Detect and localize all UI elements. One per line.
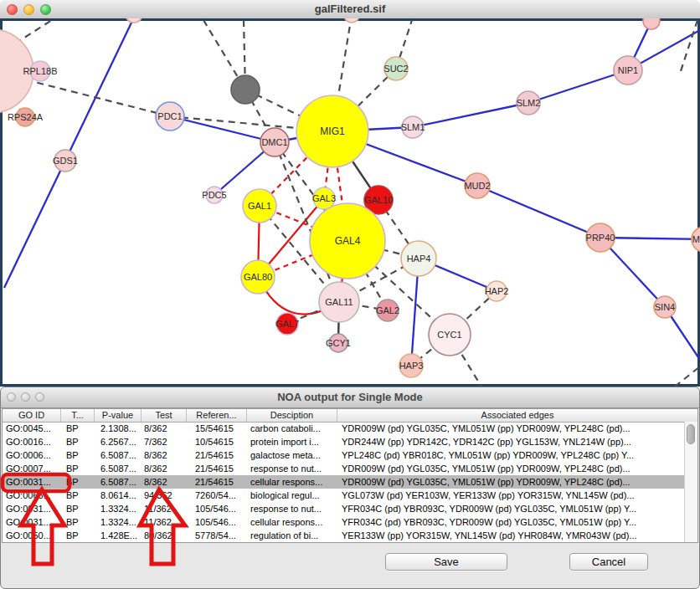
noa-window-title: NOA output for Single Mode [1, 391, 699, 403]
node-label-hap2: HAP2 [485, 286, 509, 296]
noa-output-window: NOA output for Single Mode GO IDT...P-va… [0, 387, 700, 589]
cell-type: BP [61, 448, 95, 462]
cell-go-id: GO:0050... [3, 529, 61, 542]
node-toppink2[interactable] [344, 18, 359, 23]
cell-associated-edges: YFR034C (pd) YBR093C, YDR009W (pd) YGL03… [337, 502, 685, 515]
cell-associated-edges: YDR009W (pd) YGL035C, YML051W (pp) YDR00… [337, 422, 685, 435]
cell-type: BP [61, 502, 95, 515]
node-label-hap4: HAP4 [407, 254, 431, 264]
cell-description: response to nut... [247, 462, 337, 475]
edge [477, 186, 600, 238]
noa-window-titlebar[interactable]: NOA output for Single Mode [1, 387, 699, 408]
cell-description: cellular respons... [247, 475, 337, 489]
cell-description: galactose meta... [247, 448, 337, 462]
cell-go-id: GO:0031... [3, 502, 61, 515]
cell-p-value: 6.5087... [95, 462, 142, 475]
screen: { "window1": { "title": "galFiltered.sif… [0, 0, 700, 589]
cell-description: biological regul... [247, 489, 337, 502]
cell-type: BP [61, 422, 95, 435]
node-label-msl5: MSL5 [692, 234, 700, 244]
cell-p-value: 6.5087... [95, 448, 142, 462]
node-label-gds1: GDS1 [53, 156, 78, 166]
node-toppink1[interactable] [126, 18, 142, 23]
cell-p-value: 1.3324... [95, 502, 142, 515]
node-label-pdc1: PDC1 [157, 111, 182, 121]
edge [675, 366, 700, 387]
cell-reference: 7260/54... [187, 489, 247, 502]
node-label-gal11: GAL11 [325, 297, 353, 307]
node-label-gal3: GAL3 [312, 193, 336, 203]
cell-associated-edges: YER133W (pp) YOR315W, YNL145W (pd) YHR08… [337, 529, 685, 542]
cell-associated-edges: YGL073W (pd) YER103W, YER133W (pp) YOR31… [337, 489, 685, 502]
vertical-scrollbar[interactable] [684, 422, 697, 542]
table-row[interactable]: GO:0016...BP6.2567...7/36210/54615protei… [3, 435, 685, 448]
table-row[interactable]: GO:0031...BP1.3324...11/362105/546...cel… [3, 515, 685, 529]
node-label-cyc1: CYC1 [437, 330, 461, 340]
cell-description: cellular respons... [247, 515, 337, 529]
column-header-test[interactable]: Test [142, 409, 187, 422]
table-row[interactable]: GO:0006...BP6.5087...8/36221/54615galact… [3, 448, 685, 462]
save-button[interactable]: Save [385, 553, 507, 571]
column-header-p-value[interactable]: P-value [95, 409, 142, 422]
cell-go-id: GO:0031... [3, 515, 61, 529]
node-label-sin4: SIN4 [655, 302, 675, 312]
node-label-gal1: GAL1 [248, 201, 271, 211]
node-label-gal80: GAL80 [244, 272, 272, 282]
table-row[interactable]: GO:0031...BP1.3324...11/362105/546...res… [3, 502, 685, 515]
column-header-referen-[interactable]: Referen... [187, 409, 247, 422]
node-label-rpl18b: RPL18B [23, 66, 58, 76]
cell-test: 8/362 [142, 448, 187, 462]
cell-go-id: GO:0007... [3, 462, 61, 475]
node-toppink3[interactable] [643, 18, 660, 29]
node-label-suc2: SUC2 [383, 64, 408, 74]
cell-description: protein import i... [247, 435, 337, 448]
column-header-go-id[interactable]: GO ID [3, 409, 61, 422]
cell-associated-edges: YPL248C (pd) YBR018C, YML051W (pp) YDR00… [337, 448, 685, 462]
cell-type: BP [61, 435, 95, 448]
cell-associated-edges: YDR244W (pp) YDR142C, YDR142C (pp) YGL15… [337, 435, 685, 448]
table-row[interactable]: GO:0065...BP8.0614...94/3627260/54...bio… [3, 489, 685, 502]
edge [680, 20, 697, 74]
cell-go-id: GO:0065... [3, 489, 61, 502]
node-gray[interactable] [231, 75, 260, 104]
table-row[interactable]: GO:0045...BP2.1308...8/36215/54615carbon… [3, 422, 685, 435]
node-label-mig1: MIG1 [320, 125, 345, 137]
cell-test: 80/362 [142, 529, 187, 542]
cell-description: regulation of bi... [247, 529, 337, 542]
network-graph: RPL18BRPS24AGDS1PDC1DMC1MIG1SUC2SLM1SLM2… [0, 18, 700, 387]
node-label-gal4: GAL4 [335, 235, 361, 247]
cell-reference: 21/54615 [187, 448, 247, 462]
column-header-t-[interactable]: T... [61, 409, 95, 422]
cell-p-value: 6.2567... [95, 435, 142, 448]
cell-p-value: 2.1308... [95, 422, 142, 435]
edge [15, 20, 52, 44]
cell-test: 94/362 [142, 489, 187, 502]
cell-p-value: 1.3324... [95, 515, 142, 529]
network-window-titlebar[interactable]: galFiltered.sif [0, 0, 700, 19]
node-label-gal7: GAL7 [275, 319, 299, 329]
table-row[interactable]: GO:0007...BP6.5087...8/36221/54615respon… [3, 462, 685, 475]
table-row[interactable]: GO:0050...BP1.428E...80/3625778/54...reg… [3, 529, 685, 542]
column-header-desciption[interactable]: Desciption [247, 409, 337, 422]
scrollbar-thumb[interactable] [687, 424, 695, 444]
cell-p-value: 6.5087... [95, 475, 142, 489]
table-row[interactable]: GO:0031...BP6.5087...8/36221/54615cellul… [3, 475, 685, 489]
table-header-row[interactable]: GO IDT...P-valueTestReferen...Desciption… [3, 409, 697, 423]
network-view[interactable]: RPL18BRPS24AGDS1PDC1DMC1MIG1SUC2SLM1SLM2… [0, 18, 700, 387]
column-header-associated-edges[interactable]: Associated edges [337, 409, 697, 422]
node-label-prp40: PRP40 [586, 233, 615, 243]
cell-type: BP [61, 462, 95, 475]
node-label-mud2: MUD2 [464, 181, 490, 191]
edge [170, 116, 275, 142]
cell-go-id: GO:0016... [3, 435, 61, 448]
node-label-gal10: GAL10 [364, 195, 393, 205]
edge [600, 238, 700, 239]
node-label-dmc1: DMC1 [261, 137, 287, 147]
cell-go-id: GO:0031... [3, 475, 61, 489]
node-label-rps24a: RPS24A [8, 112, 44, 122]
cell-reference: 10/54615 [187, 435, 247, 448]
node-label-nip1: NIP1 [618, 65, 638, 75]
cell-test: 8/362 [142, 475, 187, 489]
cancel-button[interactable]: Cancel [569, 553, 648, 571]
edge [528, 70, 628, 103]
